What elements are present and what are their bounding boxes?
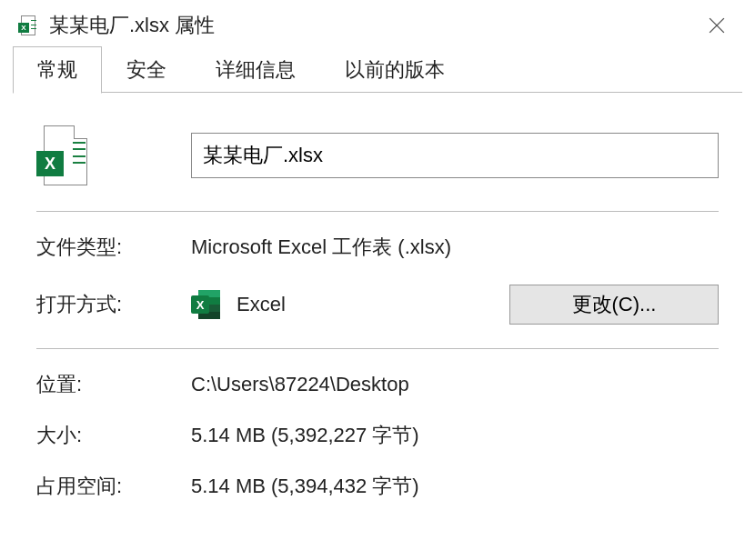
location-label: 位置: — [36, 371, 191, 398]
tabs-bar: 常规 安全 详细信息 以前的版本 — [0, 51, 755, 93]
close-icon — [709, 17, 725, 34]
size-label: 大小: — [36, 422, 191, 449]
xlsx-file-icon: X — [36, 125, 95, 185]
open-with-value: Excel — [237, 293, 286, 316]
size-on-disk-label: 占用空间: — [36, 473, 191, 500]
divider — [36, 348, 719, 349]
tab-details[interactable]: 详细信息 — [191, 46, 320, 93]
divider — [36, 211, 719, 212]
file-type-label: 文件类型: — [36, 234, 191, 261]
location-value: C:\Users\87224\Desktop — [191, 373, 719, 396]
filename-input[interactable] — [191, 133, 719, 178]
tab-content: X 文件类型: Microsoft Excel 工作表 (.xlsx) 打开方式… — [0, 93, 755, 500]
size-value: 5.14 MB (5,392,227 字节) — [191, 422, 719, 449]
excel-app-icon: X — [191, 290, 220, 319]
window-title: 某某电厂.xlsx 属性 — [49, 12, 697, 39]
titlebar: X 某某电厂.xlsx 属性 — [0, 0, 755, 51]
size-on-disk-value: 5.14 MB (5,394,432 字节) — [191, 473, 719, 500]
open-with-label: 打开方式: — [36, 291, 191, 318]
tab-security[interactable]: 安全 — [102, 46, 191, 93]
xlsx-file-icon: X — [18, 15, 38, 35]
file-type-value: Microsoft Excel 工作表 (.xlsx) — [191, 234, 719, 261]
close-button[interactable] — [697, 5, 737, 45]
change-button[interactable]: 更改(C)... — [509, 285, 719, 325]
tab-general[interactable]: 常规 — [13, 46, 102, 94]
tab-previous-versions[interactable]: 以前的版本 — [320, 46, 469, 93]
